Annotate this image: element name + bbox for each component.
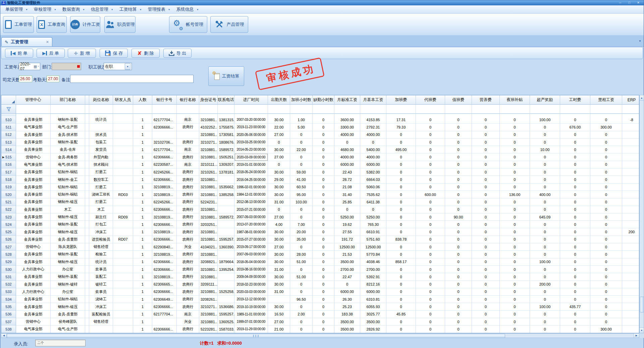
cell-headcount[interactable]: 1 bbox=[133, 116, 152, 123]
cell-bank_card[interactable]: 32108819... bbox=[152, 191, 177, 198]
cell-duty_fee[interactable]: 0 bbox=[445, 236, 472, 243]
cell-absent_hours[interactable]: 0 bbox=[313, 168, 334, 176]
cell-mgmt_center[interactable]: 金具事业部 bbox=[16, 296, 51, 303]
cell-erp[interactable] bbox=[622, 206, 639, 213]
cell-attend_days[interactable]: 21.00 bbox=[268, 326, 290, 333]
column-header[interactable]: 缺勤小时数 bbox=[313, 95, 334, 105]
department-combo[interactable] bbox=[52, 63, 81, 70]
row-number[interactable]: 532 bbox=[1, 281, 16, 288]
row-number[interactable]: 538 bbox=[1, 326, 16, 333]
cell-id_number[interactable]: 4102252... bbox=[199, 123, 218, 131]
spacer-cell[interactable] bbox=[85, 221, 89, 228]
cell-attend_days[interactable] bbox=[268, 296, 290, 303]
spacer-cell[interactable] bbox=[85, 168, 89, 176]
spacer-cell[interactable] bbox=[85, 228, 89, 236]
cell-sub_fee[interactable]: 0 bbox=[416, 326, 445, 333]
cell-mileage_pay[interactable]: 0 bbox=[590, 251, 622, 258]
cell-std_salary[interactable]: 3500.00 bbox=[334, 318, 360, 326]
cell-rd_person[interactable] bbox=[113, 296, 133, 303]
cell-ot_fee[interactable]: 495.00 bbox=[386, 146, 416, 153]
cell-dept_name[interactable]: 钢制件-装配 bbox=[51, 116, 85, 123]
cell-nutrition_fee[interactable]: 0 bbox=[472, 213, 500, 221]
cell-base_salary[interactable]: 5382.00 bbox=[360, 168, 386, 176]
cell-attend_days[interactable]: 30.00 bbox=[268, 303, 290, 310]
spacer-cell[interactable] bbox=[85, 318, 89, 326]
cell-headcount[interactable]: 1 bbox=[133, 266, 152, 273]
cell-erp[interactable] bbox=[622, 191, 639, 198]
cell-absent_hours[interactable]: 0 bbox=[313, 318, 334, 326]
cell-headcount[interactable]: 1 bbox=[133, 243, 152, 251]
cell-phone[interactable]: 1360390... bbox=[218, 243, 234, 251]
cell-headcount[interactable]: 1 bbox=[133, 176, 152, 183]
column-header[interactable]: 里程工资 bbox=[590, 95, 622, 105]
cell-phone[interactable]: 1808676... bbox=[218, 139, 234, 146]
cell-nutrition_fee[interactable]: 0 bbox=[472, 153, 500, 161]
cell-id_number[interactable]: 3210881... bbox=[199, 153, 218, 161]
cell-duty_fee[interactable]: 0 bbox=[445, 266, 472, 273]
cell-mgmt_center[interactable]: 营销中心 bbox=[16, 243, 51, 251]
cell-nutrition_fee[interactable]: 0 bbox=[472, 236, 500, 243]
cell-bank_name[interactable]: 农商行 bbox=[177, 326, 199, 333]
cell-bank_name[interactable]: 农商行 bbox=[177, 273, 199, 281]
cell-ot_fee[interactable]: 0 bbox=[386, 131, 416, 139]
cell-bank_card[interactable]: 62306666... bbox=[152, 288, 177, 296]
cell-bank_name[interactable]: 农商行 bbox=[177, 296, 199, 303]
column-header[interactable]: 代班费 bbox=[416, 95, 445, 105]
cell-hour_fee[interactable]: 0 bbox=[560, 184, 590, 191]
cell-mgmt_center[interactable]: 营销中心 bbox=[16, 153, 51, 161]
cell-attend_days[interactable]: 30.00 bbox=[268, 258, 290, 266]
cell-ot_hours[interactable]: 7.00 bbox=[290, 221, 313, 228]
cell-dept_name[interactable]: 钢制件-装配 bbox=[51, 251, 85, 258]
attendance-days-input[interactable]: 27.00 bbox=[47, 76, 59, 82]
cell-duty_fee[interactable]: 0 bbox=[445, 116, 472, 123]
cell-night_allowance[interactable]: 0 bbox=[500, 326, 530, 333]
cell-absent_hours[interactable]: 0 bbox=[313, 116, 334, 123]
cell-hour_fee[interactable]: 0 bbox=[560, 288, 590, 296]
spacer-cell[interactable] bbox=[85, 311, 89, 318]
cell-ot_fee[interactable]: 0 bbox=[386, 168, 416, 176]
cell-duty_fee[interactable]: 0 bbox=[445, 273, 472, 281]
cell-headcount[interactable]: 1 bbox=[133, 198, 152, 206]
cell-attend_days[interactable]: 31.00 bbox=[268, 266, 290, 273]
cell-ot_hours[interactable]: 0 bbox=[290, 281, 313, 288]
cell-duty_fee[interactable]: 0 bbox=[445, 184, 472, 191]
cell-night_allowance[interactable]: 0 bbox=[500, 139, 530, 146]
cell-position[interactable]: 副主任 bbox=[89, 213, 113, 221]
cell-bank_card[interactable]: 62306666... bbox=[152, 221, 177, 228]
cell-enter_date[interactable]: 2014-05-23 00:00:00 bbox=[234, 146, 268, 153]
cell-position[interactable]: 装配工 bbox=[89, 273, 113, 281]
operator-input[interactable]: 二个 bbox=[35, 340, 86, 346]
cell-enter_date[interactable]: 2007-03-20 00:00:00 bbox=[234, 116, 268, 123]
cell-absent_hours[interactable]: 0 bbox=[313, 228, 334, 236]
cell-absent_hours[interactable]: 0 bbox=[313, 236, 334, 243]
cell-attend_days[interactable]: 4.00 bbox=[268, 221, 290, 228]
spacer-cell[interactable] bbox=[85, 243, 89, 251]
spacer-cell[interactable] bbox=[85, 206, 89, 213]
cell-sub_fee[interactable]: 0 bbox=[416, 266, 445, 273]
record-toolbar-button[interactable]: ◀前 单 bbox=[5, 49, 33, 58]
cell-attend_days[interactable]: 27.00 bbox=[268, 153, 290, 161]
spacer-cell[interactable] bbox=[85, 251, 89, 258]
cell-night_allowance[interactable]: 0 bbox=[500, 213, 530, 221]
cell-id_number[interactable]: 3203251... bbox=[199, 221, 218, 228]
menu-item[interactable]: 系统信息▼ bbox=[173, 6, 202, 13]
table-row[interactable]: 531金具事业部钢制件-装配装配工132108819...农商行3210881.… bbox=[1, 273, 639, 281]
cell-dept_name[interactable]: 电气-生产部 bbox=[51, 123, 85, 131]
cell-headcount[interactable]: 1 bbox=[133, 236, 152, 243]
row-number[interactable]: 525 bbox=[1, 228, 16, 236]
cell-sub_fee[interactable]: 0 bbox=[416, 153, 445, 161]
cell-std_salary[interactable]: 21.08 bbox=[334, 184, 360, 191]
cell-nutrition_fee[interactable]: 0 bbox=[472, 258, 500, 266]
cell-rd_person[interactable] bbox=[113, 266, 133, 273]
row-number[interactable]: 535 bbox=[1, 303, 16, 310]
spacer-cell[interactable] bbox=[85, 236, 89, 243]
cell-headcount[interactable]: 1 bbox=[133, 326, 152, 333]
table-row[interactable]: 536金具事业部金具-质量部装配检验员162177704...南京3210881… bbox=[1, 311, 639, 318]
cell-over_award[interactable]: 0 bbox=[530, 251, 560, 258]
cell-headcount[interactable]: 1 bbox=[133, 273, 152, 281]
cell-ot_hours[interactable]: 0 bbox=[290, 266, 313, 273]
cell-bank_name[interactable]: 农商行 bbox=[177, 153, 199, 161]
cell-rd_person[interactable]: RD09 bbox=[113, 213, 133, 221]
cell-ot_fee[interactable]: 0 bbox=[386, 206, 416, 213]
cell-erp[interactable] bbox=[622, 131, 639, 139]
